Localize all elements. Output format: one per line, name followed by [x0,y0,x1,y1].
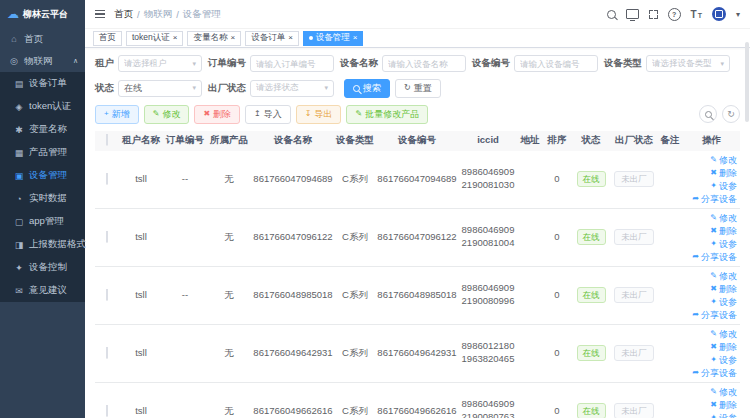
factory-status-badge[interactable]: 未出厂 [614,403,654,418]
row-checkbox[interactable] [106,347,108,359]
row-set-params-link[interactable]: ✦设参 [710,354,737,366]
status-select[interactable]: 在线 ▾ [118,80,202,97]
factory-status-badge[interactable]: 未出厂 [614,171,654,187]
row-edit-link[interactable]: ✎修改 [710,270,737,282]
column-header: 设备名称 [251,134,335,147]
delete-button[interactable]: ✖ 删除 [194,105,240,124]
sidebar-item-device-order[interactable]: ▤ 设备订单 [0,72,85,95]
sidebar-item-app-manage[interactable]: ▢ app管理 [0,210,85,233]
device-no-cell: 861766049662616 [375,405,459,418]
variable-icon: ✱ [14,125,24,135]
sidebar-item-realtime-data[interactable]: ◔ 实时数据 [0,187,85,210]
order-icon: ▤ [14,79,24,89]
row-edit-link[interactable]: ✎修改 [710,154,737,166]
sidebar: ☁ 柳林云平台 ⌂ 首页 ◎ 物联网 ∧ ▤ 设备订单 ◈ token认证 ✱ … [0,0,85,418]
help-icon[interactable]: ? [668,8,681,21]
column-header: 设备编号 [375,134,459,147]
sidebar-item-feedback[interactable]: ✉ 意见建议 [0,279,85,302]
trash-icon: ✖ [710,343,717,351]
iccid-cell: 89860469092190080763 [459,398,517,418]
row-checkbox[interactable] [106,289,108,301]
iccid-cell: 89860469092190081004 [459,224,517,250]
edit-icon: ✎ [710,214,717,222]
factory-status-badge[interactable]: 未出厂 [614,287,654,303]
search-icon [705,111,712,118]
select-all-checkbox[interactable] [106,134,108,146]
tenant-select[interactable]: 请选择租户 ▾ [118,55,202,72]
factory-status-badge[interactable]: 未出厂 [614,229,654,245]
device-type-select[interactable]: 请选择设备类型 ▾ [646,55,730,72]
fullscreen-icon[interactable] [649,10,658,19]
factory-cell: 未出厂 [611,171,657,187]
add-button[interactable]: + 新增 [95,105,139,124]
row-delete-link[interactable]: ✖删除 [710,399,737,411]
avatar[interactable] [712,7,726,21]
breadcrumb-home[interactable]: 首页 [114,8,133,21]
tab-home[interactable]: 首页 [93,31,122,46]
row-set-params-link[interactable]: ✦设参 [710,296,737,308]
sidebar-item-variable-name[interactable]: ✱ 变量名称 [0,118,85,141]
row-checkbox[interactable] [106,405,108,417]
sidebar-item-home[interactable]: ⌂ 首页 [0,28,85,50]
row-set-params-link[interactable]: ✦设参 [710,412,737,418]
row-share-device-link[interactable]: ➦分享设备 [692,309,737,321]
edit-button[interactable]: ✎ 修改 [144,105,190,124]
row-delete-link[interactable]: ✖删除 [710,167,737,179]
factory-status-select[interactable]: 请选择状态 ▾ [250,80,334,97]
chevron-down-icon[interactable]: ▾ [736,10,740,19]
row-set-params-link[interactable]: ✦设参 [710,180,737,192]
row-share-device-link[interactable]: ➦分享设备 [692,367,737,379]
search-icon[interactable] [607,10,616,19]
sidebar-item-product-manage[interactable]: ▦ 产品管理 [0,141,85,164]
device-no-input[interactable] [514,55,598,72]
order-no-label: 订单编号 [208,57,246,70]
row-edit-link[interactable]: ✎修改 [710,212,737,224]
device-name-input[interactable] [382,55,466,72]
factory-status-badge[interactable]: 未出厂 [614,345,654,361]
tab-variable-name[interactable]: 变量名称 × [187,31,241,46]
row-edit-link[interactable]: ✎修改 [710,328,737,340]
toggle-search-button[interactable] [699,105,717,123]
sidebar-item-label: 设备控制 [29,261,67,274]
row-checkbox[interactable] [106,231,108,243]
sidebar-item-device-control[interactable]: ✦ 设备控制 [0,256,85,279]
edit-icon: ✎ [710,272,717,280]
font-size-icon[interactable]: TT [691,9,702,20]
tab-device-manage[interactable]: 设备管理 × [303,31,364,46]
close-icon[interactable]: × [173,34,178,42]
tab-token-auth[interactable]: token认证 × [126,31,183,46]
import-button[interactable]: ↥ 导入 [245,105,291,124]
monitor-icon[interactable] [626,9,639,19]
device-no-label: 设备编号 [472,57,510,70]
batch-edit-product-button[interactable]: ✎ 批量修改产品 [346,105,428,124]
close-icon[interactable]: × [230,34,235,42]
row-checkbox[interactable] [106,173,108,185]
row-delete-link[interactable]: ✖删除 [710,341,737,353]
order-no-input[interactable] [250,55,334,72]
refresh-button[interactable]: ↻ [722,105,740,123]
tab-device-order[interactable]: 设备订单 × [245,31,299,46]
close-icon[interactable]: × [288,34,293,42]
sidebar-item-token-auth[interactable]: ◈ token认证 [0,95,85,118]
sidebar-item-label: 上报数据格式 [29,238,86,251]
row-delete-link[interactable]: ✖删除 [710,283,737,295]
export-button[interactable]: ↧ 导出 [296,105,342,124]
row-set-params-link[interactable]: ✦设参 [710,238,737,250]
params-icon: ✦ [710,414,717,418]
refresh-icon: ↻ [727,109,735,119]
row-share-device-link[interactable]: ➦分享设备 [692,193,737,205]
top-navbar: 首页 / 物联网 / 设备管理 ? TT ▾ [85,0,750,29]
sidebar-item-iot[interactable]: ◎ 物联网 ∧ [0,50,85,72]
sidebar-toggle-icon[interactable] [95,10,105,19]
sidebar-item-device-manage[interactable]: ▣ 设备管理 [0,164,85,187]
sidebar-item-upload-format[interactable]: ◨ 上报数据格式 [0,233,85,256]
scrollbar[interactable] [745,42,749,122]
close-icon[interactable]: × [353,34,358,42]
reset-button[interactable]: ↻ 重置 [395,79,441,98]
device-type-cell: C系列 [335,289,375,302]
row-delete-link[interactable]: ✖删除 [710,225,737,237]
row-share-device-link[interactable]: ➦分享设备 [692,251,737,263]
row-edit-link[interactable]: ✎修改 [710,386,737,398]
search-button[interactable]: 搜索 [344,79,390,98]
sidebar-item-label: token认证 [29,100,71,113]
